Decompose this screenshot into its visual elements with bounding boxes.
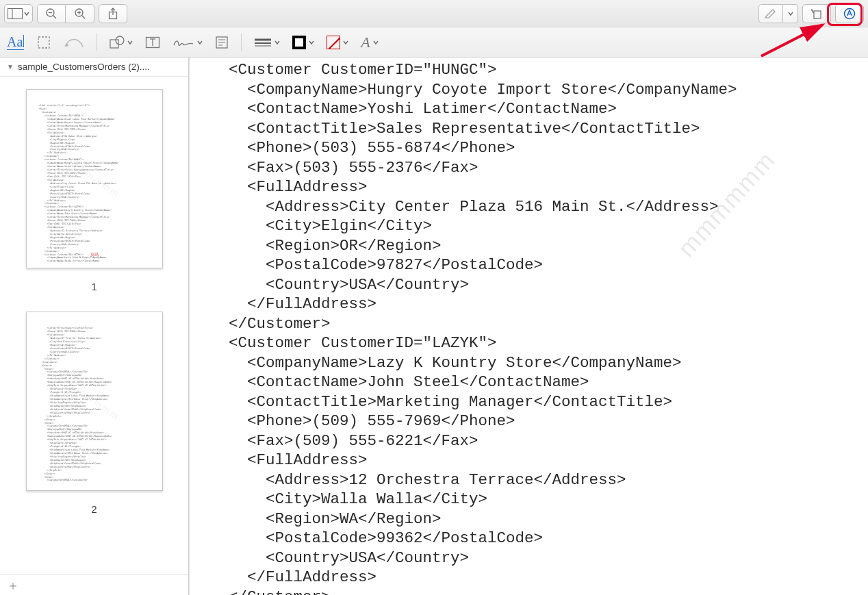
svg-rect-0	[8, 8, 23, 18]
main-toolbar	[0, 0, 868, 27]
share-button[interactable]	[99, 4, 127, 23]
svg-rect-11	[814, 11, 821, 18]
text-tool-icon: Aa	[7, 35, 24, 50]
textbox-icon	[145, 36, 160, 49]
thumbnail-list: mmmmmm<?xml version="1.0" encoding="utf-…	[0, 77, 188, 574]
svg-line-3	[53, 15, 56, 18]
redact-tool-button[interactable]	[64, 31, 84, 53]
sidebar-toggle-button[interactable]	[4, 4, 33, 23]
line-style-button[interactable]	[254, 31, 280, 53]
highlight-button[interactable]	[758, 4, 783, 23]
document-text: <Customer CustomerID="HUNGC"> <CompanyNa…	[210, 60, 868, 595]
svg-line-6	[81, 15, 84, 18]
toolbar-separator	[97, 34, 97, 51]
redact-icon	[64, 36, 84, 49]
page-thumbnail-2[interactable]: mmmmmm <ContactTitle>Owner</ContactTitle…	[0, 312, 188, 515]
thumbnails-sidebar: ▼ sample_CustomersOrders (2).... mmmmmm<…	[0, 58, 189, 595]
font-style-button[interactable]: A	[361, 31, 378, 53]
page-number-label: 2	[91, 503, 97, 515]
zoom-in-button[interactable]	[66, 4, 94, 23]
disclosure-triangle-icon: ▼	[7, 63, 14, 71]
page-thumbnail-1[interactable]: mmmmmm<?xml version="1.0" encoding="utf-…	[0, 89, 188, 292]
markup-toolbar: Aa A	[0, 27, 868, 58]
toolbar-separator	[241, 34, 242, 51]
zoom-button-group	[37, 4, 94, 23]
border-color-button[interactable]	[292, 31, 314, 53]
shapes-icon	[110, 36, 125, 49]
svg-point-14	[66, 44, 68, 47]
shapes-tool-button[interactable]	[110, 31, 133, 53]
text-tool-button[interactable]: Aa	[7, 31, 24, 53]
border-color-swatch	[292, 36, 306, 49]
note-icon	[215, 36, 229, 49]
highlight-dropdown-button[interactable]	[783, 4, 798, 23]
sign-tool-button[interactable]	[173, 31, 203, 53]
zoom-out-button[interactable]	[37, 4, 66, 23]
file-header[interactable]: ▼ sample_CustomersOrders (2)....	[0, 58, 188, 77]
textbox-tool-button[interactable]	[145, 31, 160, 53]
fill-color-button[interactable]	[327, 31, 348, 53]
svg-rect-13	[38, 37, 49, 48]
document-view[interactable]: mmmmmm <Customer CustomerID="HUNGC"> <Co…	[189, 58, 868, 595]
add-page-button[interactable]: ＋	[0, 574, 188, 595]
note-tool-button[interactable]	[215, 31, 229, 53]
file-name-label: sample_CustomersOrders (2)....	[18, 62, 150, 72]
signature-icon	[173, 36, 194, 49]
page-number-label: 1	[91, 281, 97, 292]
highlight-button-group	[758, 4, 798, 23]
line-style-icon	[254, 38, 272, 47]
svg-point-16	[116, 36, 124, 45]
markup-button[interactable]	[835, 4, 864, 23]
rotate-button[interactable]	[802, 4, 831, 23]
selection-icon	[36, 35, 51, 50]
thumbnail-footer: 页码	[27, 252, 162, 258]
selection-tool-button[interactable]	[36, 31, 51, 53]
font-style-icon: A	[361, 34, 370, 51]
fill-color-swatch	[327, 36, 340, 49]
plus-icon: ＋	[7, 577, 19, 594]
